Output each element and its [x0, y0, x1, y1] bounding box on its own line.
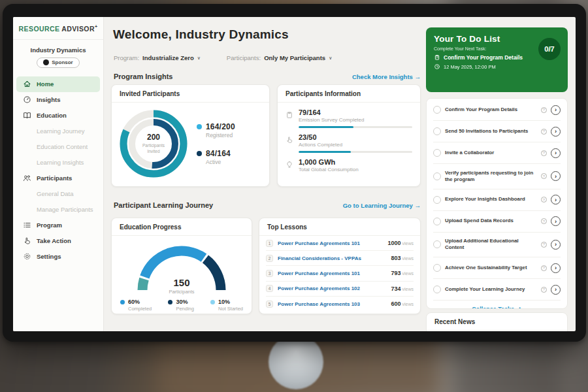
progress-bar [299, 151, 412, 153]
sidebar-menu: Home Insights Education Learning Journey… [13, 76, 103, 265]
sidebar-item[interactable]: Manage Participants [13, 202, 103, 218]
participants-filter-dropdown[interactable]: Participants: Only My Participants ∨ [227, 54, 332, 61]
help-icon[interactable]: ? [541, 107, 547, 113]
lesson-link[interactable]: Power Purchase Agreements 102 [278, 286, 386, 291]
task-row: Upload Additional Educational Content ? … [433, 233, 561, 258]
help-icon[interactable]: ? [541, 287, 547, 293]
page-title: Welcome, Industry Dynamics [113, 27, 289, 42]
chevron-right-button[interactable]: › [551, 171, 561, 181]
sidebar-item-label: Manage Participants [37, 206, 93, 213]
lesson-rank-badge: 3 [266, 270, 273, 277]
sidebar-item[interactable]: Learning Journey [13, 123, 103, 139]
stat-row: 79/164 Emission Survey Completed [286, 108, 412, 128]
todo-counter: 0/7 [544, 45, 554, 53]
todo-progress-ring: 0/7 [538, 38, 561, 60]
lesson-link[interactable]: Financial Considerations - VPPAs [278, 255, 386, 261]
program-icon [23, 221, 31, 229]
donut-center-value: 200 [147, 133, 160, 142]
action-hand-icon [286, 135, 293, 142]
recent-news-card: Recent News [426, 312, 568, 331]
program-filter-value: Industrialize Zero [142, 54, 194, 61]
help-icon[interactable]: ? [541, 129, 547, 135]
sidebar: RESOURCE ADVISOR+ Industry Dynamics Spon… [13, 17, 104, 331]
monitor-stand [269, 335, 323, 389]
help-icon[interactable]: ? [541, 218, 547, 224]
task-checkbox[interactable] [433, 149, 441, 157]
take-action-icon [23, 237, 31, 245]
task-checkbox[interactable] [433, 172, 441, 180]
lesson-link[interactable]: Power Purchase Agreements 101 [278, 270, 386, 276]
sidebar-item[interactable]: Learning Insights [13, 155, 103, 171]
chevron-right-button[interactable]: › [551, 148, 561, 158]
chevron-right-button[interactable]: › [551, 105, 561, 115]
stats-list: 79/164 Emission Survey Completed 23/50 A… [278, 103, 420, 172]
app-logo[interactable]: RESOURCE ADVISOR+ [13, 17, 103, 33]
lesson-views: 734views [391, 286, 414, 292]
lessons-list: 1 Power Purchase Agreements 101 1000view… [259, 236, 420, 312]
arrow-right-icon: → [415, 73, 421, 80]
registered-value: 164/200 [206, 122, 235, 131]
help-icon[interactable]: ? [541, 173, 547, 179]
task-row: Verify participants requesting to join t… [433, 164, 561, 189]
stat-value: 23/50 [299, 133, 412, 141]
collapse-tasks-link[interactable]: Collapse Tasks ∧ [433, 301, 561, 309]
chevron-right-button[interactable]: › [551, 263, 561, 273]
sidebar-item[interactable]: Education [13, 108, 103, 123]
task-checkbox[interactable] [433, 196, 441, 204]
lesson-link[interactable]: Power Purchase Agreements 103 [278, 301, 386, 307]
task-checkbox[interactable] [433, 240, 441, 248]
sidebar-item[interactable]: General Data [13, 186, 103, 202]
section-title: Program Insights [114, 73, 172, 80]
sidebar-item-label: Insights [37, 96, 60, 103]
settings-icon [23, 252, 31, 261]
legend-percent: 30% [176, 299, 194, 305]
help-icon[interactable]: ? [541, 150, 547, 156]
program-filter-dropdown[interactable]: Program: Industrialize Zero ∨ [114, 54, 201, 61]
stat-value: 1,000 GWh [299, 158, 412, 166]
chevron-right-button[interactable]: › [551, 285, 561, 295]
sidebar-item-label: Education Content [37, 143, 88, 150]
chevron-down-icon: ∨ [197, 56, 201, 61]
help-icon[interactable]: ? [541, 197, 547, 203]
sidebar-item[interactable]: Insights [13, 92, 103, 108]
sponsor-badge[interactable]: Sponsor [37, 57, 79, 68]
education-progress-card: Education Progress 150 Participants 60% … [111, 218, 252, 314]
tasks: Confirm Your Program Details ? › Send 50… [433, 99, 561, 301]
task-checkbox[interactable] [433, 106, 441, 114]
lesson-views: 803views [391, 255, 414, 261]
todo-due-date: 12 May 2025, 12:00 PM [444, 64, 496, 70]
gauge-center-label: Participants [126, 289, 237, 295]
sidebar-item[interactable]: Settings [13, 249, 103, 265]
help-icon[interactable]: ? [541, 265, 547, 271]
sidebar-item[interactable]: Take Action [13, 233, 103, 249]
sidebar-item-label: Education [37, 112, 67, 119]
participants-filter-value: Only My Participants [264, 54, 325, 61]
help-icon[interactable]: ? [541, 242, 547, 248]
sidebar-item[interactable]: Program [13, 218, 103, 233]
chevron-right-button[interactable]: › [551, 127, 561, 137]
lesson-link[interactable]: Power Purchase Agreements 101 [278, 240, 383, 246]
bulb-icon [286, 159, 293, 167]
task-row: Invite a Collaborator ? › [433, 142, 561, 164]
go-to-learning-journey-link[interactable]: Go to Learning Journey → [343, 202, 421, 209]
check-more-insights-link[interactable]: Check More Insights → [352, 73, 421, 80]
task-checkbox[interactable] [433, 127, 441, 135]
insights-icon [23, 95, 31, 104]
sidebar-item[interactable]: Participants [13, 171, 103, 186]
progress-bar [299, 126, 412, 128]
chevron-right-button[interactable]: › [551, 195, 561, 204]
logo-plus: + [95, 24, 98, 29]
lesson-row: 2 Financial Considerations - VPPAs 803vi… [266, 251, 414, 266]
logo-secondary: ADVISOR [61, 25, 95, 33]
education-icon [23, 111, 31, 120]
chevron-right-button[interactable]: › [551, 240, 561, 250]
card-title: Participants Information [278, 85, 420, 103]
task-checkbox[interactable] [433, 264, 441, 272]
sidebar-item[interactable]: Education Content [13, 139, 103, 155]
active-dot-icon [197, 151, 202, 156]
chevron-right-button[interactable]: › [551, 216, 561, 226]
task-checkbox[interactable] [433, 218, 441, 225]
task-row: Explore Your Insights Dashboard ? › [433, 189, 561, 211]
task-checkbox[interactable] [433, 286, 441, 293]
sidebar-item[interactable]: Home [16, 76, 100, 92]
